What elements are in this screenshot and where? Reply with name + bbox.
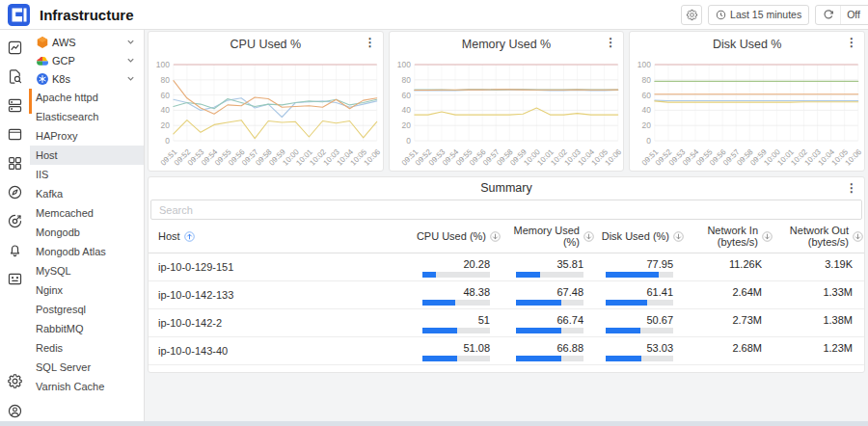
refresh-group: Off <box>815 5 868 25</box>
k8s-icon <box>36 72 49 86</box>
chart-menu-icon[interactable]: ⋮ <box>605 37 616 48</box>
cloud-account-aws[interactable]: AWS <box>30 33 144 51</box>
chart-card-2: Disk Used %⋮02040608010009:5109:5209:530… <box>629 31 865 172</box>
sidebar: AWSGCPK8s Apache httpdElasticsearchHAPro… <box>30 30 145 421</box>
chart-card-1: Memory Used %⋮02040608010009:5109:5209:5… <box>389 31 625 172</box>
column-header-memory-used-[interactable]: Memory Used (%) <box>502 220 595 253</box>
cpu-cell: 51 <box>408 309 502 337</box>
sidebar-item-postgresql[interactable]: Postgresql <box>30 300 144 319</box>
cloud-account-k8s[interactable]: K8s <box>30 69 144 88</box>
net-out-cell: 1.33M <box>773 281 864 309</box>
sidebar-item-elasticsearch[interactable]: Elasticsearch <box>30 107 144 126</box>
settings-button[interactable] <box>681 5 702 25</box>
compass-icon[interactable] <box>7 184 23 200</box>
sort-descending-icon[interactable] <box>673 231 684 242</box>
disk-cell: 50.67 <box>595 309 685 337</box>
clock-icon <box>716 10 726 20</box>
sidebar-item-rabbitmq[interactable]: RabbitMQ <box>30 319 144 338</box>
sidebar-item-haproxy[interactable]: HAProxy <box>30 126 144 146</box>
chart-menu-icon[interactable]: ⋮ <box>846 37 857 48</box>
host-cell[interactable]: ip-10-0-142-133 <box>149 281 408 309</box>
sort-descending-icon[interactable] <box>583 231 594 242</box>
sidebar-item-host[interactable]: Host <box>30 146 144 165</box>
settings-icon[interactable] <box>7 373 23 389</box>
gcp-icon <box>36 54 49 67</box>
account-icon[interactable] <box>7 403 23 419</box>
summary-table: HostCPU Used (%)Memory Used (%)Disk Used… <box>149 220 864 365</box>
selected-rail-indicator <box>29 89 32 114</box>
disk-value: 61.41 <box>646 286 673 298</box>
cloud-account-gcp[interactable]: GCP <box>30 51 144 69</box>
cpu-bar <box>422 356 490 361</box>
column-header-network-in-bytes-s-[interactable]: Network In (bytes/s) <box>685 220 773 253</box>
browser-icon[interactable] <box>7 126 23 143</box>
cpu-value: 20.28 <box>463 258 490 270</box>
cpu-value: 51.08 <box>463 342 490 354</box>
svg-text:40: 40 <box>160 105 170 115</box>
sort-descending-icon[interactable] <box>490 231 501 242</box>
sort-descending-icon[interactable] <box>762 231 773 242</box>
disk-value: 77.95 <box>646 258 673 270</box>
net-out-cell: 3.19K <box>773 253 864 281</box>
chevron-down-icon <box>126 38 135 46</box>
disk-bar <box>606 356 673 361</box>
app-logo-icon[interactable] <box>8 4 30 26</box>
net-out-cell: 1.23M <box>773 337 864 365</box>
net-in-cell: 11.26K <box>685 253 773 281</box>
host-cell[interactable]: ip-10-0-143-40 <box>149 337 408 365</box>
disk-bar <box>606 272 673 278</box>
log-search-icon[interactable] <box>7 68 23 85</box>
column-header-network-out-bytes-s-[interactable]: Network Out (bytes/s) <box>773 220 864 253</box>
svg-text:100: 100 <box>156 60 170 69</box>
header-controls: Last 15 minutes Off <box>681 5 868 25</box>
sidebar-item-mongodb-atlas[interactable]: Mongodb Atlas <box>30 242 144 261</box>
sort-descending-icon[interactable] <box>853 231 863 242</box>
alerts-icon[interactable] <box>7 242 23 258</box>
sidebar-item-sql-server[interactable]: SQL Server <box>30 358 144 377</box>
column-header-host[interactable]: Host <box>149 220 408 253</box>
sidebar-item-iis[interactable]: IIS <box>30 165 144 184</box>
time-range-label: Last 15 minutes <box>730 9 801 20</box>
chevron-down-icon <box>126 56 135 65</box>
disk-cell: 61.41 <box>595 281 685 309</box>
refresh-button[interactable] <box>816 6 840 24</box>
sidebar-item-memcached[interactable]: Memcached <box>30 203 144 223</box>
chevron-down-icon <box>126 74 135 83</box>
time-range-button[interactable]: Last 15 minutes <box>708 5 809 25</box>
net-in-cell: 2.64M <box>685 281 773 309</box>
sidebar-item-mongodb[interactable]: Mongodb <box>30 223 144 242</box>
summary-menu-icon[interactable]: ⋮ <box>846 182 857 194</box>
metrics-icon[interactable] <box>7 40 23 56</box>
host-cell[interactable]: ip-10-0-142-2 <box>149 309 408 337</box>
auto-refresh-toggle[interactable]: Off <box>840 6 868 24</box>
sidebar-item-varnish-cache[interactable]: Varnish Cache <box>30 377 144 396</box>
reports-icon[interactable] <box>7 271 23 287</box>
svg-text:10:06: 10:06 <box>603 147 623 168</box>
column-header-cpu-used-[interactable]: CPU Used (%) <box>408 220 502 253</box>
svg-text:80: 80 <box>401 75 411 85</box>
sidebar-item-nginx[interactable]: Nginx <box>30 280 144 300</box>
memory-value: 66.88 <box>556 342 583 354</box>
chart-menu-icon[interactable]: ⋮ <box>365 37 376 48</box>
net-in-cell: 2.68M <box>685 337 773 365</box>
disk-bar <box>606 328 673 333</box>
sort-ascending-icon[interactable] <box>184 231 195 242</box>
summary-search-input[interactable] <box>150 200 862 220</box>
column-header-disk-used-[interactable]: Disk Used (%) <box>595 220 685 253</box>
host-cell[interactable]: ip-10-0-129-151 <box>149 253 408 281</box>
infrastructure-icon[interactable] <box>7 97 23 114</box>
svg-text:20: 20 <box>642 120 652 130</box>
chart-plot: 02040608010009:5109:5209:5309:5409:5509:… <box>149 51 383 169</box>
svg-text:80: 80 <box>160 75 170 85</box>
svg-text:20: 20 <box>160 120 170 130</box>
apps-icon[interactable] <box>7 155 23 172</box>
memory-cell: 67.48 <box>502 281 595 309</box>
sidebar-item-redis[interactable]: Redis <box>30 338 144 358</box>
sidebar-item-mysql[interactable]: MySQL <box>30 261 144 280</box>
apm-icon[interactable] <box>7 213 23 229</box>
sidebar-item-apache-httpd[interactable]: Apache httpd <box>30 88 144 107</box>
net-out-value: 1.38M <box>823 314 853 326</box>
svg-text:60: 60 <box>160 91 170 100</box>
disk-cell: 53.03 <box>595 337 685 365</box>
sidebar-item-kafka[interactable]: Kafka <box>30 184 144 203</box>
